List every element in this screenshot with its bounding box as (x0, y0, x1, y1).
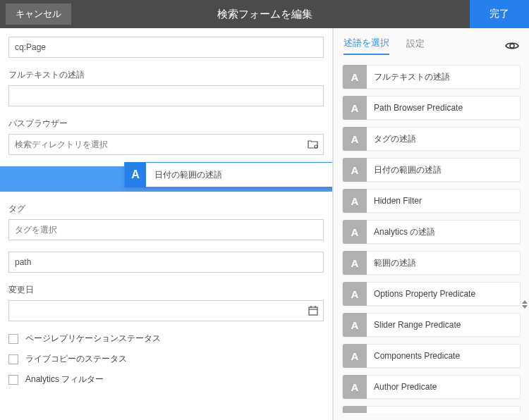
predicate-item[interactable]: Aフルテキストの述語 (342, 65, 521, 89)
drag-handle-icon: A (343, 282, 367, 306)
predicate-item[interactable]: AAnalytics の述語 (342, 220, 521, 244)
predicate-item[interactable]: AHidden Filter (342, 189, 521, 213)
fulltext-label: フルテキストの述語 (8, 69, 324, 81)
dragging-label: 日付の範囲の述語 (146, 169, 222, 181)
predicate-item[interactable]: A日付の範囲の述語 (342, 158, 521, 182)
page-type-input[interactable] (8, 37, 324, 58)
checkbox-analytics[interactable]: Analytics フィルター (8, 373, 324, 385)
dialog-title: 検索フォームを編集 (217, 8, 312, 21)
predicate-label: フルテキストの述語 (367, 71, 450, 83)
predicate-item[interactable]: ATemplates Predicate (342, 406, 521, 413)
predicate-item[interactable]: APath Browser Predicate (342, 96, 521, 120)
checkbox-page-replication[interactable]: ページレプリケーションステータス (8, 333, 324, 345)
preview-icon[interactable] (505, 41, 519, 51)
cancel-button[interactable]: キャンセル (6, 4, 71, 25)
pathbrowser-input[interactable] (8, 134, 324, 155)
predicate-list[interactable]: Aフルテキストの述語 APath Browser Predicate Aタグの述… (334, 61, 529, 413)
predicate-item[interactable]: A範囲の述語 (342, 251, 521, 275)
predicate-label: Author Predicate (367, 382, 437, 392)
folder-icon[interactable] (307, 138, 320, 151)
checkbox-label: ページレプリケーションステータス (25, 333, 161, 345)
checkbox-label: Analytics フィルター (25, 373, 104, 385)
predicate-item[interactable]: AAuthor Predicate (342, 375, 521, 399)
predicate-item[interactable]: Aタグの述語 (342, 127, 521, 151)
modified-label: 変更日 (8, 284, 324, 296)
predicate-label: 範囲の述語 (367, 257, 416, 269)
drag-handle-icon: A (343, 313, 367, 337)
predicate-item[interactable]: AComponents Predicate (342, 344, 521, 368)
arrow-down-icon[interactable] (522, 305, 528, 309)
predicate-label: Hidden Filter (367, 196, 422, 206)
tag-input[interactable] (8, 219, 324, 240)
predicate-panel: 述語を選択 設定 Aフルテキストの述語 APath Browser Predic… (333, 28, 529, 420)
checkbox-icon (8, 334, 18, 344)
form-canvas[interactable]: フルテキストの述語 パスブラウザー A 日付の範囲の述語 タグ 変更日 (0, 28, 333, 420)
checkbox-livecopy[interactable]: ライブコピーのステータス (8, 353, 324, 365)
drag-handle-icon: A (343, 220, 367, 244)
predicate-label: Slider Range Predicate (367, 320, 461, 330)
calendar-icon[interactable] (307, 304, 320, 317)
predicate-label: Analytics の述語 (367, 226, 435, 238)
drag-handle-icon: A (343, 344, 367, 368)
done-button[interactable]: 完了 (470, 0, 529, 28)
drag-handle-icon: A (343, 189, 367, 213)
modified-date-input[interactable] (8, 300, 324, 321)
predicate-label: Components Predicate (367, 351, 460, 361)
panel-tabs: 述語を選択 設定 (334, 28, 529, 61)
drag-handle-icon: A (125, 162, 146, 187)
drop-target[interactable]: A 日付の範囲の述語 (0, 166, 332, 192)
drag-handle-icon: A (343, 158, 367, 182)
dialog-header: キャンセル 検索フォームを編集 完了 (0, 0, 529, 28)
svg-rect-1 (309, 307, 317, 315)
path-input[interactable] (8, 252, 324, 273)
drag-handle-icon: A (343, 65, 367, 89)
svg-point-5 (510, 44, 514, 48)
dialog-body: フルテキストの述語 パスブラウザー A 日付の範囲の述語 タグ 変更日 (0, 28, 529, 420)
scroll-arrows[interactable] (522, 300, 528, 309)
drag-handle-icon: A (343, 127, 367, 151)
checkbox-icon (8, 375, 18, 385)
arrow-up-icon[interactable] (522, 300, 528, 304)
drag-handle-icon: A (343, 375, 367, 399)
predicate-label: Options Property Predicate (367, 289, 475, 299)
predicate-label: 日付の範囲の述語 (367, 164, 442, 176)
fulltext-input[interactable] (8, 85, 324, 106)
predicate-item[interactable]: ASlider Range Predicate (342, 313, 521, 337)
tab-settings[interactable]: 設定 (406, 37, 425, 54)
predicate-label: Path Browser Predicate (367, 103, 463, 113)
checkbox-label: ライブコピーのステータス (25, 353, 127, 365)
predicate-label: タグの述語 (367, 133, 416, 145)
drag-handle-icon: A (343, 406, 367, 413)
tag-label: タグ (8, 203, 324, 215)
checkbox-icon (8, 354, 18, 364)
pathbrowser-label: パスブラウザー (8, 118, 324, 130)
drag-handle-icon: A (343, 96, 367, 120)
dragging-predicate[interactable]: A 日付の範囲の述語 (124, 162, 333, 187)
tab-select-predicate[interactable]: 述語を選択 (343, 37, 389, 55)
predicate-item[interactable]: AOptions Property Predicate (342, 282, 521, 306)
drag-handle-icon: A (343, 251, 367, 275)
svg-point-0 (315, 145, 317, 148)
